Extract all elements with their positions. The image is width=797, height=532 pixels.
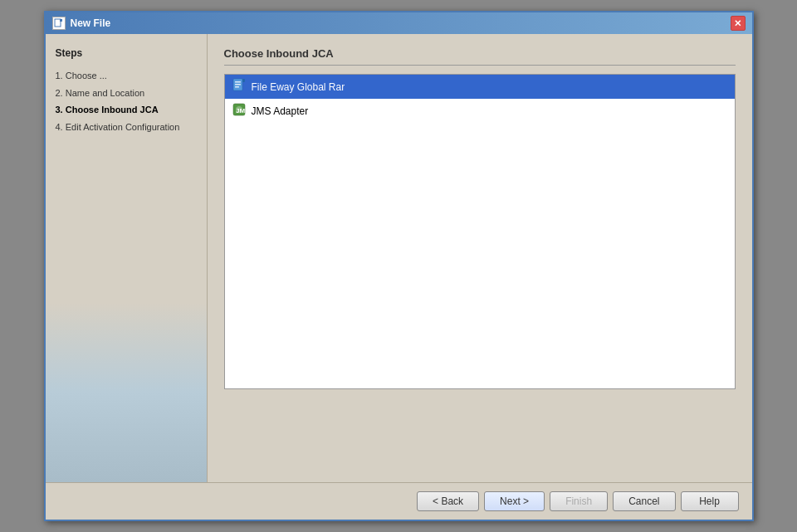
steps-list: 1. Choose ... 2. Name and Location 3. Ch… — [56, 69, 197, 134]
step-4-label: Edit Activation Configuration — [66, 122, 180, 132]
step-2-number: 2. — [56, 88, 63, 98]
jms-icon: JM — [232, 102, 247, 120]
finish-button[interactable]: Finish — [550, 491, 608, 511]
list-item-file-eway[interactable]: File Eway Global Rar — [225, 75, 735, 99]
step-4: 4. Edit Activation Configuration — [56, 120, 197, 134]
sidebar: Steps 1. Choose ... 2. Name and Location… — [46, 34, 208, 482]
svg-rect-5 — [235, 84, 241, 85]
step-1-number: 1. — [56, 71, 63, 81]
svg-rect-4 — [235, 81, 241, 83]
step-3-number: 3. — [56, 105, 63, 115]
new-file-dialog: New File ✕ Steps 1. Choose ... 2. Name a… — [44, 11, 754, 521]
title-bar-left: New File — [52, 17, 111, 30]
file-eway-icon — [232, 78, 247, 95]
step-2: 2. Name and Location — [56, 86, 197, 100]
svg-text:JM: JM — [236, 107, 245, 115]
footer: < Back Next > Finish Cancel Help — [46, 482, 752, 520]
help-button[interactable]: Help — [681, 491, 739, 511]
svg-rect-6 — [235, 86, 239, 88]
step-1: 1. Choose ... — [56, 69, 197, 83]
svg-rect-0 — [55, 19, 61, 27]
section-title: Choose Inbound JCA — [224, 47, 736, 66]
step-1-label: Choose ... — [66, 71, 107, 81]
step-4-number: 4. — [56, 122, 63, 132]
svg-rect-1 — [60, 19, 62, 22]
dialog-icon — [52, 17, 66, 30]
title-bar: New File ✕ — [46, 12, 752, 34]
main-content: Choose Inbound JCA File Eway Global — [208, 34, 752, 482]
dialog-body: Steps 1. Choose ... 2. Name and Location… — [46, 34, 752, 482]
list-item-jms[interactable]: JM JMS Adapter — [225, 99, 735, 123]
step-3: 3. Choose Inbound JCA — [56, 103, 197, 117]
jca-list[interactable]: File Eway Global Rar JM JMS Adapter — [224, 74, 736, 389]
jms-label: JMS Adapter — [252, 105, 309, 117]
file-eway-label: File Eway Global Rar — [252, 81, 345, 93]
cancel-button[interactable]: Cancel — [613, 491, 675, 511]
step-2-label: Name and Location — [66, 88, 144, 98]
back-button[interactable]: < Back — [417, 491, 479, 511]
next-button[interactable]: Next > — [484, 491, 545, 511]
step-3-label: Choose Inbound JCA — [66, 105, 159, 115]
close-button[interactable]: ✕ — [731, 16, 746, 31]
sidebar-title: Steps — [56, 47, 197, 59]
svg-rect-3 — [242, 79, 245, 82]
dialog-title: New File — [71, 17, 111, 29]
